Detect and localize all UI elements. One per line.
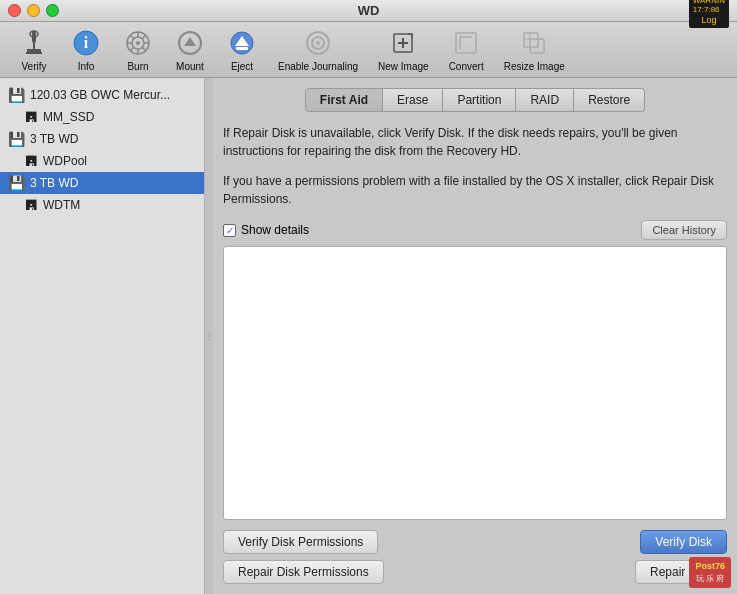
minimize-button[interactable] — [27, 4, 40, 17]
tab-erase[interactable]: Erase — [383, 88, 443, 112]
mount-icon — [174, 27, 206, 59]
window-title: WD — [358, 3, 380, 18]
toolbar-enable-journaling[interactable]: Enable Journaling — [268, 25, 368, 74]
svg-point-17 — [316, 41, 320, 45]
toolbar-info[interactable]: i Info — [60, 25, 112, 74]
info-icon: i — [70, 27, 102, 59]
toolbar-verify[interactable]: Verify — [8, 25, 60, 74]
mount-label: Mount — [176, 61, 204, 72]
sidebar-item-disk2[interactable]: 🖪 MM_SSD — [0, 106, 204, 128]
verify-label: Verify — [21, 61, 46, 72]
journaling-icon — [302, 27, 334, 59]
show-details-text: Show details — [241, 223, 309, 237]
sidebar-item-disk4-label: WDPool — [43, 154, 87, 168]
toolbar-resize-image[interactable]: Resize Image — [494, 25, 575, 74]
log-label: Log — [693, 15, 725, 26]
tab-first-aid[interactable]: First Aid — [305, 88, 383, 112]
svg-marker-11 — [184, 37, 196, 46]
tab-restore[interactable]: Restore — [574, 88, 645, 112]
svg-rect-14 — [236, 47, 248, 50]
svg-rect-24 — [524, 33, 538, 47]
eject-icon — [226, 27, 258, 59]
log-badge[interactable]: WARNIN 17:7:86 Log — [689, 0, 729, 28]
sidebar-item-disk1-label: 120.03 GB OWC Mercur... — [30, 88, 170, 102]
toolbar-burn[interactable]: Burn — [112, 25, 164, 74]
burn-label: Burn — [127, 61, 148, 72]
button-row-2: Repair Disk Permissions Repair Disk — [223, 560, 727, 584]
sidebar-item-disk6-label: WDTM — [43, 198, 80, 212]
clear-history-button[interactable]: Clear History — [641, 220, 727, 240]
convert-icon — [450, 27, 482, 59]
disk-icon: 💾 — [8, 87, 25, 103]
toolbar-new-image[interactable]: New Image — [368, 25, 439, 74]
svg-rect-25 — [530, 39, 544, 53]
svg-rect-21 — [456, 33, 476, 53]
volume-icon-2: 🖪 — [24, 153, 38, 169]
sidebar-item-disk1[interactable]: 💾 120.03 GB OWC Mercur... — [0, 84, 204, 106]
description-text-1: If Repair Disk is unavailable, click Ver… — [223, 124, 727, 160]
volume-icon-3: 🖪 — [24, 197, 38, 213]
info-label: Info — [78, 61, 95, 72]
sidebar-item-disk5[interactable]: 💾 3 TB WD — [0, 172, 204, 194]
close-button[interactable] — [8, 4, 21, 17]
disk-icon-3: 💾 — [8, 175, 25, 191]
show-details-row: Show details Clear History — [223, 220, 727, 240]
burn-icon — [122, 27, 154, 59]
toolbar-eject[interactable]: Eject — [216, 25, 268, 74]
maximize-button[interactable] — [46, 4, 59, 17]
button-row-1: Verify Disk Permissions Verify Disk — [223, 530, 727, 554]
content-area: First Aid Erase Partition RAID Restore I… — [213, 78, 737, 594]
description-text-2: If you have a permissions problem with a… — [223, 172, 727, 208]
window-controls[interactable] — [8, 4, 59, 17]
sidebar-item-disk3-label: 3 TB WD — [30, 132, 78, 146]
sidebar-divider[interactable]: ⋮ — [205, 78, 213, 594]
svg-point-9 — [136, 41, 140, 45]
resize-image-label: Resize Image — [504, 61, 565, 72]
new-image-label: New Image — [378, 61, 429, 72]
enable-journaling-label: Enable Journaling — [278, 61, 358, 72]
repair-disk-permissions-button[interactable]: Repair Disk Permissions — [223, 560, 384, 584]
verify-disk-button[interactable]: Verify Disk — [640, 530, 727, 554]
verify-disk-permissions-button[interactable]: Verify Disk Permissions — [223, 530, 378, 554]
main-area: 💾 120.03 GB OWC Mercur... 🖪 MM_SSD 💾 3 T… — [0, 78, 737, 594]
bottom-buttons: Verify Disk Permissions Verify Disk Repa… — [223, 530, 727, 584]
log-area — [223, 246, 727, 520]
toolbar-mount[interactable]: Mount — [164, 25, 216, 74]
resize-icon — [518, 27, 550, 59]
sidebar-item-disk4[interactable]: 🖪 WDPool — [0, 150, 204, 172]
log-time-text: 17:7:86 — [693, 5, 725, 15]
new-image-icon — [387, 27, 419, 59]
svg-text:i: i — [84, 34, 89, 51]
sidebar-item-disk3[interactable]: 💾 3 TB WD — [0, 128, 204, 150]
eject-label: Eject — [231, 61, 253, 72]
first-aid-panel: If Repair Disk is unavailable, click Ver… — [223, 124, 727, 584]
sidebar-item-disk2-label: MM_SSD — [43, 110, 94, 124]
toolbar: Verify i Info Burn — [0, 22, 737, 78]
tab-partition[interactable]: Partition — [443, 88, 516, 112]
sidebar: 💾 120.03 GB OWC Mercur... 🖪 MM_SSD 💾 3 T… — [0, 78, 205, 594]
sidebar-item-disk6[interactable]: 🖪 WDTM — [0, 194, 204, 216]
sidebar-item-disk5-label: 3 TB WD — [30, 176, 78, 190]
show-details-checkbox[interactable] — [223, 224, 236, 237]
volume-icon: 🖪 — [24, 109, 38, 125]
disk-icon-2: 💾 — [8, 131, 25, 147]
tab-raid[interactable]: RAID — [516, 88, 574, 112]
title-bar: WD WARNIN 17:7:86 Log — [0, 0, 737, 22]
microscope-icon — [18, 27, 50, 59]
tab-bar: First Aid Erase Partition RAID Restore — [223, 88, 727, 112]
convert-label: Convert — [449, 61, 484, 72]
toolbar-convert[interactable]: Convert — [439, 25, 494, 74]
watermark: Post76 玩 乐 府 — [689, 557, 731, 588]
show-details-label[interactable]: Show details — [223, 223, 309, 237]
